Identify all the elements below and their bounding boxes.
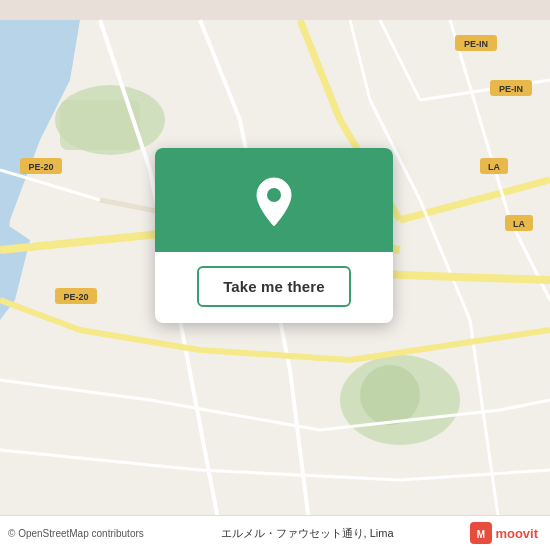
moovit-logo: M moovit xyxy=(470,522,538,544)
popup-header xyxy=(155,148,393,252)
svg-point-58 xyxy=(267,188,281,202)
svg-point-6 xyxy=(360,365,420,425)
moovit-icon: M xyxy=(470,522,492,544)
svg-line-41 xyxy=(400,275,550,280)
take-me-there-button[interactable]: Take me there xyxy=(197,266,351,307)
svg-text:LA: LA xyxy=(513,219,525,229)
svg-text:PE-IN: PE-IN xyxy=(499,84,523,94)
svg-text:M: M xyxy=(477,529,485,540)
bottom-bar: © OpenStreetMap contributors エルメル・ファウセット… xyxy=(0,515,550,550)
location-label: エルメル・ファウセット通り, Lima xyxy=(144,526,471,541)
moovit-text: moovit xyxy=(495,526,538,541)
map-container: PE-20 PE-20 PE-IN PE-IN PE-20B LA LA Tak… xyxy=(0,0,550,550)
svg-text:PE-IN: PE-IN xyxy=(464,39,488,49)
svg-text:PE-20: PE-20 xyxy=(28,162,53,172)
svg-text:PE-20: PE-20 xyxy=(63,292,88,302)
popup-card: Take me there xyxy=(155,148,393,323)
svg-text:LA: LA xyxy=(488,162,500,172)
osm-attribution: © OpenStreetMap contributors xyxy=(8,528,144,539)
popup-body: Take me there xyxy=(155,252,393,323)
location-pin-icon xyxy=(252,176,296,228)
